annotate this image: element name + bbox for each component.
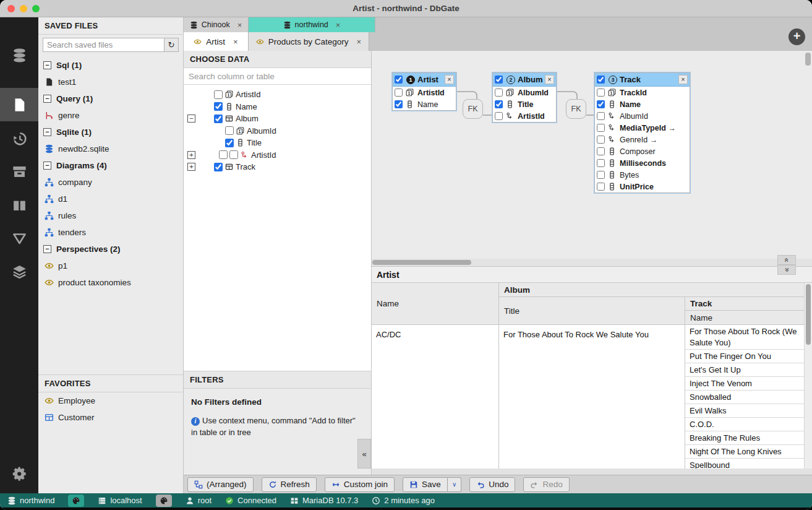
custom-join-button[interactable]: Custom join xyxy=(325,477,395,492)
column-checkbox-mediatypeid[interactable] xyxy=(597,124,605,132)
checkbox-track[interactable] xyxy=(214,163,223,171)
diagram-canvas[interactable]: FK FK 1Artist×1ArtistIdName2Album×1Album… xyxy=(372,51,812,259)
column-checkbox-milliseconds[interactable] xyxy=(597,159,605,167)
rail-item-plugins[interactable] xyxy=(0,255,38,288)
rail-item-docs[interactable] xyxy=(0,188,38,222)
tree-item-track[interactable]: +Track xyxy=(184,161,371,173)
file-group-diagrams-4[interactable]: −Diagrams (4) xyxy=(38,157,183,174)
connection-color-badge-gray[interactable] xyxy=(156,495,172,507)
diagram-column-track-genreid[interactable]: GenreId→ xyxy=(595,134,690,145)
results-vertical-scrollbar[interactable] xyxy=(804,283,812,469)
column-checkbox-bytes[interactable] xyxy=(597,171,605,179)
diagram-column-track-unitprice[interactable]: UnitPrice xyxy=(595,181,690,192)
diagram-table-header[interactable]: 3Track× xyxy=(595,73,690,87)
track-cell[interactable]: Evil Walks xyxy=(685,404,804,418)
minimize-window-button[interactable] xyxy=(20,5,27,12)
diagram-horizontal-scrollbar[interactable] xyxy=(372,259,812,266)
close-icon[interactable]: × xyxy=(445,75,454,84)
rail-item-filter[interactable] xyxy=(0,222,38,255)
diagram-column-album-albumid[interactable]: 1AlbumId xyxy=(493,87,556,98)
refresh-button[interactable]: Refresh xyxy=(262,477,317,492)
close-window-button[interactable] xyxy=(7,5,15,12)
file-item-p1[interactable]: p1 xyxy=(38,257,183,274)
file-item-test1[interactable]: test1 xyxy=(38,74,183,90)
column-checkbox-albumid[interactable] xyxy=(597,112,605,120)
track-cell[interactable]: For Those About To Rock (We Salute You) xyxy=(685,325,804,350)
file-group-sql-1[interactable]: −Sql (1) xyxy=(38,57,183,74)
tree-item-name[interactable]: +Name xyxy=(184,101,371,113)
column-checkbox-albumid[interactable] xyxy=(495,89,503,97)
database-tab-northwind[interactable]: northwind× xyxy=(249,17,375,32)
diagram-table-track[interactable]: 3Track×1TrackIdNameAlbumIdMediaTypeId→Ge… xyxy=(594,72,690,193)
saved-files-search-input[interactable] xyxy=(43,38,165,52)
column-checkbox-artistid[interactable] xyxy=(395,89,403,97)
checkbox-title[interactable] xyxy=(225,139,234,147)
refresh-files-button[interactable]: ↻ xyxy=(165,38,179,52)
diagram-table-album[interactable]: 2Album×1AlbumIdTitleArtistId xyxy=(492,72,557,123)
track-cell[interactable]: Snowballed xyxy=(685,391,804,404)
album-title-cell[interactable]: For Those About To Rock We Salute You xyxy=(499,325,685,344)
table-checkbox-artist[interactable] xyxy=(395,76,403,84)
horizontal-scrollbar-thumb[interactable] xyxy=(372,260,471,265)
file-item-company[interactable]: company xyxy=(38,174,183,191)
diagram-column-track-mediatypeid[interactable]: MediaTypeId→ xyxy=(595,122,690,134)
database-tab-chinook[interactable]: Chinook× xyxy=(184,17,249,32)
diagram-column-artist-artistid[interactable]: 1ArtistId xyxy=(393,87,456,98)
close-icon[interactable]: × xyxy=(678,75,688,84)
column-checkbox-artistid[interactable] xyxy=(495,112,503,120)
checkbox-name[interactable] xyxy=(214,102,223,111)
diagram-column-artist-name[interactable]: Name xyxy=(393,98,456,110)
rail-item-archive[interactable] xyxy=(0,155,38,188)
track-cell[interactable]: Put The Finger On You xyxy=(685,350,804,363)
tree-item-artistid[interactable]: +ArtistId xyxy=(184,149,371,162)
close-icon[interactable]: × xyxy=(545,75,554,84)
file-tab-artist[interactable]: Artist× xyxy=(184,32,249,51)
collapse-designer-button[interactable]: « xyxy=(777,255,796,265)
file-item-rules[interactable]: rules xyxy=(38,207,183,224)
redo-button[interactable]: Redo xyxy=(523,477,569,492)
collapse-panel-button[interactable]: « xyxy=(357,439,371,469)
file-tab-products-by-category[interactable]: Products by Category× xyxy=(249,32,369,51)
checkbox-album[interactable] xyxy=(214,115,223,123)
close-tab-icon[interactable]: × xyxy=(357,37,362,46)
checkbox-artistid[interactable] xyxy=(214,90,223,99)
results-bottom-scrollbar[interactable] xyxy=(372,469,812,475)
rail-item-databases[interactable] xyxy=(0,38,38,72)
favorite-item-customer[interactable]: Customer xyxy=(38,409,183,426)
favorite-item-employee[interactable]: Employee xyxy=(38,392,183,409)
expand-results-button[interactable]: « xyxy=(777,265,796,275)
diagram-vertical-scrollbar[interactable] xyxy=(805,53,811,66)
file-item-product-taxonomies[interactable]: product taxonomies xyxy=(38,274,183,291)
diagram-column-track-trackid[interactable]: 1TrackId xyxy=(595,87,690,98)
track-cell[interactable]: Breaking The Rules xyxy=(685,431,804,445)
diagram-table-header[interactable]: 1Artist× xyxy=(393,73,456,87)
column-header-track[interactable]: Track xyxy=(685,297,804,311)
save-dropdown-button[interactable]: ∨ xyxy=(448,477,461,492)
track-cell[interactable]: Night Of The Long Knives xyxy=(685,445,804,459)
track-cell[interactable]: Let's Get It Up xyxy=(685,363,804,377)
column-checkbox-title[interactable] xyxy=(495,100,503,108)
file-item-d1[interactable]: d1 xyxy=(38,191,183,207)
diagram-column-album-title[interactable]: Title xyxy=(493,98,556,110)
diagram-table-artist[interactable]: 1Artist×1ArtistIdName xyxy=(392,72,456,111)
column-header-title[interactable]: Title xyxy=(499,297,685,325)
track-cell[interactable]: Inject The Venom xyxy=(685,377,804,391)
column-checkbox-composer[interactable] xyxy=(597,147,605,155)
connection-color-badge-teal[interactable] xyxy=(68,495,84,507)
table-checkbox-album[interactable] xyxy=(495,76,503,84)
save-button[interactable]: Save xyxy=(403,477,448,492)
tree-item-title[interactable]: +Title xyxy=(184,137,371,149)
diagram-column-track-composer[interactable]: Composer xyxy=(595,145,690,157)
file-item-genre[interactable]: genre xyxy=(38,107,183,124)
track-cell[interactable]: C.O.D. xyxy=(685,418,804,431)
checkbox-albumid[interactable] xyxy=(225,126,234,135)
vertical-scrollbar-thumb[interactable] xyxy=(806,284,811,345)
table-checkbox-track[interactable] xyxy=(597,76,605,84)
rail-item-files[interactable] xyxy=(0,88,38,121)
arranged-button[interactable]: (Arranged) xyxy=(187,477,254,492)
file-group-query-1[interactable]: −Query (1) xyxy=(38,90,183,107)
diagram-table-header[interactable]: 2Album× xyxy=(493,73,556,87)
add-tab-button[interactable]: + xyxy=(788,28,805,45)
tree-item-albumid[interactable]: +1AlbumId xyxy=(184,125,371,137)
plus-expander-icon[interactable]: + xyxy=(187,163,195,171)
